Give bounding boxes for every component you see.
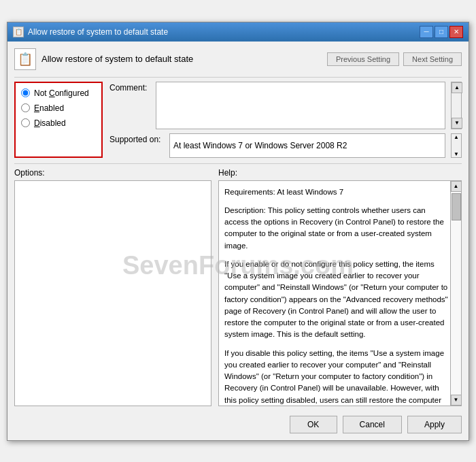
- help-label: Help:: [218, 168, 462, 178]
- footer-buttons: OK Cancel Apply: [14, 413, 462, 433]
- separator-mid: [14, 163, 462, 164]
- right-panel: Comment: ▲ ▼ Supported on: At least Wind…: [109, 82, 462, 158]
- radio-enabled[interactable]: Enabled: [21, 103, 96, 113]
- close-button[interactable]: ✕: [449, 26, 463, 38]
- main-area: Not Configured Enabled Disabled Comment:: [14, 82, 462, 158]
- help-box-wrapper: Requirements: At least Windows 7 Descrip…: [218, 180, 462, 406]
- comment-scroll-up[interactable]: ▲: [452, 82, 462, 93]
- supported-label: Supported on:: [109, 133, 164, 144]
- help-para-4: If you disable this policy setting, the …: [224, 348, 449, 406]
- radio-disabled-input[interactable]: [21, 118, 30, 127]
- supported-section: Supported on: At least Windows 7 or Wind…: [109, 133, 462, 158]
- separator-top: [14, 77, 462, 78]
- radio-not-configured-label: Not Configured: [34, 88, 89, 98]
- ok-button[interactable]: OK: [290, 416, 337, 433]
- comment-scrollbar: ▲ ▼: [451, 82, 462, 129]
- title-bar-text: Allow restore of system to default state: [28, 27, 168, 37]
- title-bar-buttons: ─ □ ✕: [420, 26, 463, 38]
- help-scrollbar: ▲ ▼: [450, 181, 461, 406]
- policy-icon: 📋: [14, 48, 36, 70]
- window-icon: 📋: [13, 27, 24, 37]
- help-para-3: If you enable or do not configure this p…: [224, 259, 449, 341]
- help-scroll-down[interactable]: ▼: [451, 395, 462, 406]
- next-setting-button[interactable]: Next Setting: [403, 52, 462, 66]
- minimize-button[interactable]: ─: [420, 26, 433, 38]
- help-scroll-up[interactable]: ▲: [451, 181, 462, 192]
- options-box: [14, 180, 211, 406]
- comment-textarea[interactable]: [156, 82, 445, 129]
- options-label: Options:: [14, 168, 211, 178]
- help-scroll-thumb[interactable]: [452, 193, 461, 220]
- radio-enabled-label: Enabled: [34, 103, 64, 113]
- help-scroll-track: [451, 192, 461, 395]
- help-panel: Help: Requirements: At least Windows 7 D…: [218, 168, 462, 406]
- maximize-button[interactable]: □: [435, 26, 448, 38]
- cancel-button[interactable]: Cancel: [343, 416, 402, 433]
- header-left: 📋 Allow restore of system to default sta…: [14, 48, 193, 70]
- comment-section: Comment: ▲ ▼: [109, 82, 462, 129]
- options-panel: Options:: [14, 168, 211, 406]
- radio-disabled-label: Disabled: [34, 118, 66, 128]
- comment-label: Comment:: [109, 82, 150, 93]
- help-text-content: Requirements: At least Windows 7 Descrip…: [219, 181, 461, 406]
- title-bar-left: 📋 Allow restore of system to default sta…: [13, 27, 168, 37]
- header-nav-buttons: Previous Setting Next Setting: [327, 52, 462, 66]
- bottom-section: Options: Help: Requirements: At least Wi…: [14, 168, 462, 406]
- radio-disabled[interactable]: Disabled: [21, 118, 96, 128]
- radio-enabled-input[interactable]: [21, 103, 30, 112]
- apply-button[interactable]: Apply: [407, 416, 462, 433]
- radio-not-configured-input[interactable]: [21, 88, 30, 97]
- title-bar: 📋 Allow restore of system to default sta…: [7, 22, 469, 42]
- radio-panel: Not Configured Enabled Disabled: [14, 82, 103, 158]
- dialog-title: Allow restore of system to default state: [41, 54, 193, 64]
- main-window: 📋 Allow restore of system to default sta…: [7, 22, 469, 441]
- supported-scrollbar: ▲ ▼: [451, 133, 462, 158]
- help-para-2: Description: This policy setting control…: [224, 205, 449, 252]
- header-section: 📋 Allow restore of system to default sta…: [14, 48, 462, 70]
- radio-not-configured[interactable]: Not Configured: [21, 88, 96, 98]
- window-content: 📋 Allow restore of system to default sta…: [7, 42, 469, 440]
- supported-scroll-down[interactable]: ▼: [452, 151, 461, 157]
- help-para-1: Requirements: At least Windows 7: [224, 186, 449, 198]
- previous-setting-button[interactable]: Previous Setting: [327, 52, 399, 66]
- supported-value: At least Windows 7 or Windows Server 200…: [173, 141, 347, 150]
- supported-value-wrapper: At least Windows 7 or Windows Server 200…: [169, 133, 445, 158]
- supported-scroll-up[interactable]: ▲: [452, 134, 461, 140]
- comment-scroll-down[interactable]: ▼: [452, 118, 462, 129]
